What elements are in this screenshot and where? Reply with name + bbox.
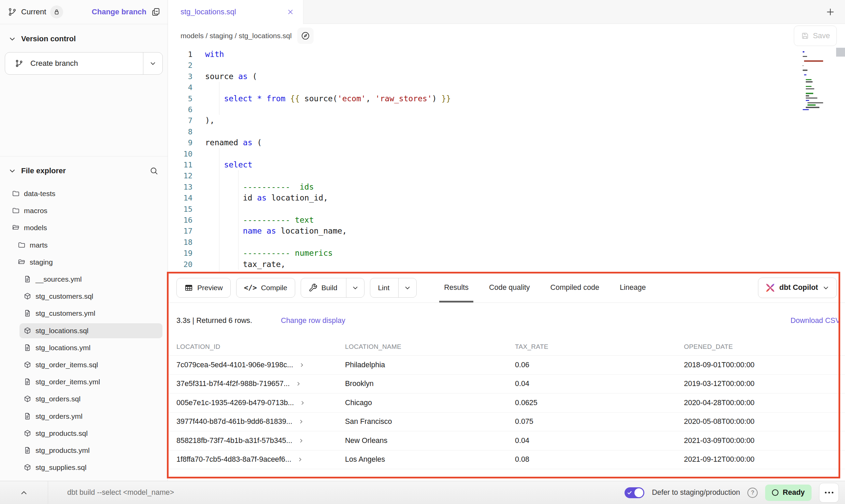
preview-button[interactable]: Preview [176,278,231,298]
tab-compiled-code[interactable]: Compiled code [540,273,609,302]
location-id-value: 7c079cea-5ed4-4101-906e-9198c... [176,361,293,369]
tab-stg-locations-sql[interactable]: stg_locations.sql [168,0,303,24]
code-line[interactable]: 18 [168,237,845,248]
build-label: Build [321,284,338,292]
location-id-value: 005e7e1c-1935-4269-b479-0713b... [176,399,294,407]
lint-dropdown[interactable] [398,278,416,297]
code-line[interactable]: 17 name as location_name, [168,225,845,237]
code-text: ), [205,115,215,126]
file-item-stg-orders-yml[interactable]: stg_orders.yml [0,407,168,425]
code-line[interactable]: 15 [168,204,845,215]
file-item-models[interactable]: models [0,219,168,236]
change-branch-link[interactable]: Change branch [92,8,146,16]
file-item-staging[interactable]: staging [0,254,168,271]
file-item-stg-customers-yml[interactable]: stg_customers.yml [0,305,168,322]
code-line[interactable]: 8 [168,126,845,137]
more-options-button[interactable] [819,483,839,503]
file-item-label: stg_locations.yml [35,344,90,352]
lint-button[interactable]: Lint [370,278,417,298]
code-line[interactable]: 2 [168,60,845,71]
new-tab-button[interactable] [816,7,845,17]
minimap-slider[interactable] [836,48,845,57]
save-button[interactable]: Save [794,26,837,46]
tab-lineage[interactable]: Lineage [610,273,656,302]
file-item-stg-order-items-sql[interactable]: stg_order_items.sql [0,356,168,373]
code-line[interactable]: 11 select [168,159,845,171]
tab-code-quality[interactable]: Code quality [479,273,540,302]
code-line[interactable]: 3source as ( [168,71,845,82]
help-icon[interactable]: ? [747,488,758,498]
line-number: 10 [168,148,205,160]
file-item-stg-locations-yml[interactable]: stg_locations.yml [0,339,168,356]
create-branch-button[interactable]: Create branch [5,52,163,75]
file-item--sources-yml[interactable]: __sources.yml [0,271,168,288]
download-csv-link[interactable]: Download CSV [790,316,840,325]
file-explorer-title: File explorer [21,166,66,175]
expand-row-icon[interactable] [298,438,304,444]
file-item-stg-customers-sql[interactable]: stg_customers.sql [0,288,168,305]
build-button[interactable]: Build [301,278,365,298]
dbt-copilot-button[interactable]: dbt Copilot [758,278,837,298]
model-cube-icon [24,361,32,369]
expand-row-icon[interactable] [299,362,305,368]
file-item-stg-supplies-sql[interactable]: stg_supplies.sql [0,459,168,476]
code-line[interactable]: 1with [168,49,845,60]
opened-date-value: 2019-03-12T00:00:00 [684,380,845,388]
code-line[interactable]: 20 tax_rate, [168,259,845,270]
file-item-stg-order-items-yml[interactable]: stg_order_items.yml [0,373,168,390]
search-icon[interactable] [149,166,159,176]
file-item-stg-locations-sql[interactable]: stg_locations.sql [0,322,168,339]
file-explorer-header[interactable]: File explorer [0,157,168,176]
code-line[interactable]: 14 id as location_id, [168,192,845,204]
file-item-stg-products-yml[interactable]: stg_products.yml [0,442,168,459]
code-line[interactable]: 12 [168,170,845,181]
navigate-button[interactable] [297,28,314,44]
code-line[interactable]: 7), [168,115,845,126]
file-item-stg-products-sql[interactable]: stg_products.sql [0,425,168,442]
tax-rate-value: 0.0625 [515,399,684,407]
change-row-display-link[interactable]: Change row display [281,316,345,325]
file-item-macros[interactable]: macros [0,202,168,219]
close-tab-icon[interactable] [287,8,294,16]
col-location-name: LOCATION_NAME [345,343,515,351]
code-line[interactable]: 13 ---------- ids [168,181,845,193]
line-number: 12 [168,170,205,181]
expand-row-icon[interactable] [299,400,306,406]
code-line[interactable]: 4 [168,82,845,93]
line-number: 9 [168,137,205,148]
expand-row-icon[interactable] [297,456,303,463]
version-control-header[interactable]: Version control [0,24,168,43]
line-number: 18 [168,237,205,248]
file-item-data-tests[interactable]: data-tests [0,185,168,202]
build-dropdown[interactable] [346,278,364,297]
col-opened-date: OPENED_DATE [684,343,845,351]
expand-row-icon[interactable] [295,381,302,387]
file-item-label: staging [30,258,53,266]
code-line[interactable]: 16 ---------- text [168,214,845,226]
lint-label: Lint [378,284,389,292]
expand-row-icon[interactable] [298,418,304,425]
code-editor[interactable]: 1with23source as (45 select * from {{ so… [168,48,845,273]
file-item-stg-orders-sql[interactable]: stg_orders.sql [0,390,168,407]
model-cube-icon [24,292,32,300]
file-item-marts[interactable]: marts [0,237,168,254]
tab-results[interactable]: Results [434,273,479,302]
code-line[interactable]: 5 select * from {{ source('ecom', 'raw_s… [168,93,845,104]
result-row: 37e5f311-b7f4-4f2f-988b-719657...Brookly… [168,375,845,394]
create-branch-dropdown[interactable] [143,53,162,74]
opened-date-value: 2018-09-01T00:00:00 [684,361,845,369]
code-line[interactable]: 9renamed as ( [168,137,845,148]
copy-icon[interactable] [151,7,161,17]
editor-toolbar: models / staging / stg_locations.sql Sav… [168,24,845,48]
code-line[interactable]: 19 ---------- numerics [168,248,845,259]
code-line[interactable]: 10 [168,148,845,160]
location-name-value: New Orleans [345,436,515,445]
minimap[interactable] [803,51,835,112]
collapse-panel-button[interactable] [0,481,48,504]
code-text: source as ( [205,71,257,82]
code-line[interactable]: 6 [168,104,845,115]
doc-icon [24,344,32,352]
compile-button[interactable]: </> Compile [236,278,295,298]
defer-toggle[interactable] [625,487,644,498]
command-input[interactable]: dbt build --select <model_name> [48,488,625,497]
